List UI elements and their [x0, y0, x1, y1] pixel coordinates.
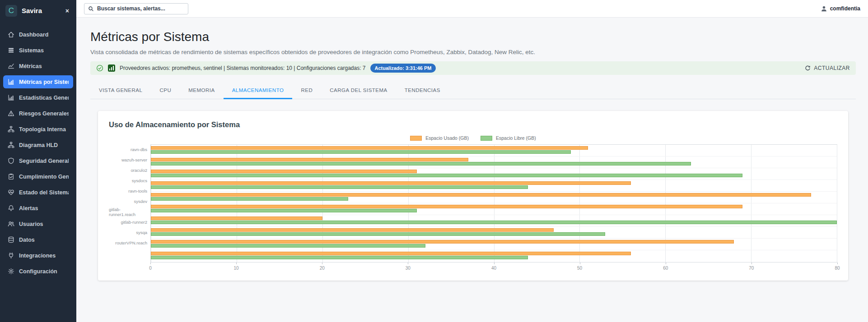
y-category-label: gitlab-runner2 — [109, 217, 147, 227]
tab-cpu[interactable]: CPU — [151, 83, 180, 99]
sidebar-item-label: Configuración — [19, 268, 57, 275]
gear-icon — [8, 268, 14, 275]
chart-row-sysdocs — [151, 181, 837, 192]
sidebar-item-label: Alertas — [19, 205, 38, 212]
topbar: comfidentia — [76, 0, 868, 18]
sidebar-item-label: Integraciones — [19, 253, 56, 259]
sidebar-item-alertas[interactable]: Alertas — [3, 202, 73, 215]
sidebar-item-label: Estadísticas Generales — [19, 95, 69, 101]
storage-chart-card: Uso de Almacenamiento por Sistema Espaci… — [98, 111, 848, 281]
check-circle-icon — [96, 64, 103, 72]
x-tick-label: 20 — [320, 266, 325, 271]
sidebar-item-label: Dashboard — [19, 32, 48, 38]
chart-row-gitlab-runner2 — [151, 228, 837, 239]
sidebar-header: C Savira × — [0, 0, 76, 21]
chart-row-sysqa — [151, 240, 837, 250]
bar-used — [151, 240, 734, 244]
chart-legend: Espacio Usado (GB)Espacio Libre (GB) — [109, 135, 837, 141]
sidebar-item-datos[interactable]: Datos — [3, 233, 73, 246]
sidebar-item-riesgos-generales[interactable]: Riesgos Generales — [3, 107, 73, 120]
sidebar-item-label: Seguridad General — [19, 158, 69, 164]
x-tick-mark — [837, 262, 838, 264]
user-name: comfidentia — [830, 5, 860, 12]
tab-memoria[interactable]: MEMORIA — [180, 83, 223, 99]
database-icon — [8, 236, 14, 243]
sidebar-item-configuracion[interactable]: Configuración — [3, 265, 73, 278]
x-tick-label: 30 — [406, 266, 411, 271]
sidebar-item-estadisticas-generales[interactable]: Estadísticas Generales — [3, 91, 73, 104]
x-tick-label: 70 — [749, 266, 754, 271]
legend-item[interactable]: Espacio Libre (GB) — [481, 135, 536, 141]
x-tick-label: 60 — [663, 266, 668, 271]
chart-bar-icon — [8, 78, 14, 85]
x-tick-mark — [666, 262, 666, 264]
bar-free — [151, 197, 348, 201]
x-tick-mark — [322, 262, 322, 264]
tab-red[interactable]: RED — [292, 83, 321, 99]
legend-swatch — [481, 136, 492, 141]
sidebar-item-usuarios[interactable]: Usuarios — [3, 217, 73, 230]
network-icon — [8, 126, 14, 133]
providers-status-text: Proveedores activos: prometheus, sentine… — [120, 65, 366, 71]
y-category-label: ravn-dbs — [109, 144, 147, 155]
sidebar-item-seguridad-general[interactable]: Seguridad General — [3, 154, 73, 167]
chart-row-gitlab-runner1.reach — [151, 216, 837, 227]
bar-free — [151, 256, 528, 259]
y-category-label: wazuh-server — [109, 155, 147, 165]
sidebar-item-diagrama-hld[interactable]: Diagrama HLD — [3, 138, 73, 152]
warning-icon — [8, 110, 14, 117]
sidebar-item-metricas-por-sistema[interactable]: Métricas por Sistema — [3, 75, 73, 88]
y-category-label: sysdev — [109, 196, 147, 207]
legend-swatch — [410, 136, 422, 141]
bar-free — [151, 150, 571, 154]
tab-almacenamiento[interactable]: ALMACENAMIENTO — [224, 83, 293, 99]
x-tick-mark — [580, 262, 580, 264]
sidebar-item-sistemas[interactable]: Sistemas — [3, 44, 73, 57]
x-tick-label: 0 — [149, 266, 152, 271]
sidebar-item-integraciones[interactable]: Integraciones — [3, 249, 73, 262]
refresh-icon — [805, 65, 811, 71]
sidebar-item-dashboard[interactable]: Dashboard — [3, 28, 73, 41]
search-box[interactable] — [84, 3, 188, 14]
sidebar-item-cumplimiento-general[interactable]: Cumplimiento General — [3, 170, 73, 183]
x-tick-mark — [751, 262, 752, 264]
brand-name: Savira — [22, 7, 59, 14]
sidebar-item-label: Topología Interna — [19, 126, 66, 133]
sidebar-item-metricas[interactable]: Métricas — [3, 60, 73, 73]
chart-x-axis: 01020304050607080 — [150, 262, 837, 272]
refresh-button[interactable]: ACTUALIZAR — [805, 65, 850, 71]
tab-tendencias[interactable]: TENDENCIAS — [396, 83, 449, 99]
sidebar-close-icon[interactable]: × — [64, 6, 71, 15]
heart-pulse-icon — [8, 189, 14, 196]
bar-used — [151, 205, 742, 208]
main-column: comfidentia Métricas por Sistema Vista c… — [76, 0, 868, 322]
x-tick-label: 40 — [491, 266, 496, 271]
refresh-label: ACTUALIZAR — [814, 65, 850, 71]
sidebar-item-label: Estado del Sistema — [19, 189, 69, 196]
app-logo-icon: C — [5, 5, 17, 17]
y-category-label: oraculo2 — [109, 165, 147, 175]
search-input[interactable] — [97, 5, 184, 12]
bar-used — [151, 228, 554, 232]
sidebar-item-topologia-interna[interactable]: Topología Interna — [3, 123, 73, 136]
server-icon — [8, 47, 14, 54]
bar-used — [151, 216, 322, 220]
sidebar-item-estado-del-sistema[interactable]: Estado del Sistema — [3, 186, 73, 199]
bell-icon — [8, 205, 14, 212]
legend-label: Espacio Libre (GB) — [496, 135, 536, 141]
user-menu[interactable]: comfidentia — [821, 5, 860, 12]
sidebar-item-label: Cumplimiento General — [19, 174, 69, 180]
plug-icon — [8, 252, 14, 259]
shield-icon — [8, 157, 14, 164]
tab-carga-del-sistema[interactable]: CARGA DEL SISTEMA — [321, 83, 396, 99]
page-subtitle: Vista consolidada de métricas de rendimi… — [90, 49, 856, 55]
bar-used — [151, 146, 588, 150]
sidebar-item-label: Usuarios — [19, 221, 43, 227]
tab-vista-general[interactable]: VISTA GENERAL — [90, 83, 151, 99]
y-category-label: sysdocs — [109, 175, 147, 186]
page-content: Métricas por Sistema Vista consolidada d… — [76, 18, 868, 322]
bar-free — [151, 162, 691, 166]
legend-item[interactable]: Espacio Usado (GB) — [410, 135, 469, 141]
y-category-label: gitlab-runner1.reach — [109, 207, 147, 217]
x-tick-mark — [150, 262, 151, 264]
